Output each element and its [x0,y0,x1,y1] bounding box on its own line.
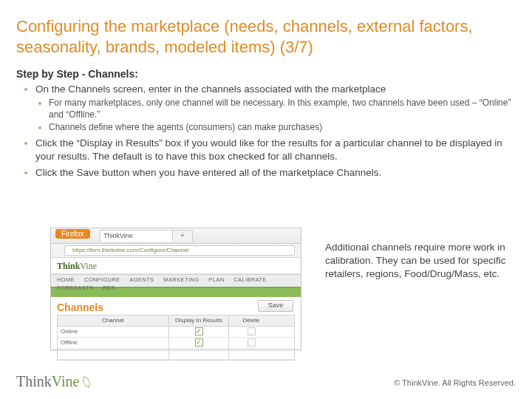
table-header: Channel Display In Results Delete [58,316,294,327]
table-row: Online [58,327,294,338]
nav-item[interactable]: RES [103,284,115,291]
delete-button[interactable] [248,327,256,335]
section-header: Channels Save [51,297,301,315]
col-channel: Channel [58,316,169,326]
side-note: Additional channels require more work in… [325,241,520,282]
nav-item[interactable]: MARKETING [163,276,199,283]
app-brand-row: ThinkVine [51,258,301,274]
copyright: © ThinkVine. All Rights Reserved. [394,378,516,387]
bullet-item: Click the “Display in Results” box if yo… [35,137,516,163]
url-input[interactable]: https://tem.thinkvine.com/Configure/Chan… [64,245,295,256]
delete-button[interactable] [248,338,256,347]
col-delete: Delete [229,316,273,326]
app-nav: HOME CONFIGURE AGENTS MARKETING PLAN CAL… [51,274,301,288]
bullet-item: Click the Save button when you have ente… [35,166,516,180]
slide-title: Configuring the marketplace (needs, chan… [16,16,516,57]
cell-channel-name[interactable]: Offline [58,338,169,348]
new-tab-button[interactable]: + [172,230,193,242]
cell-channel-name[interactable]: Online [58,327,169,337]
slide-body: Step by Step - Channels: On the Channels… [16,68,516,183]
slide-footer: ThinkVine © ThinkVine. All Rights Reserv… [0,366,532,399]
save-button[interactable]: Save [258,300,293,312]
step-heading: Step by Step - Channels: [16,68,516,80]
browser-urlbar: https://tem.thinkvine.com/Configure/Chan… [51,244,301,258]
nav-item[interactable]: CONFIGURE [84,276,120,283]
display-checkbox[interactable] [195,327,203,335]
sub-bullet-item: For many marketplaces, only one channel … [49,98,516,120]
section-title: Channels [57,301,103,313]
bullet-item: On the Channels screen, enter in the cha… [35,83,516,134]
nav-item[interactable]: PLAN [208,276,224,283]
sub-bullet-item: Channels define where the agents (consum… [49,122,516,134]
leaf-icon [81,378,92,388]
footer-logo: ThinkVine [16,373,92,390]
table-row [58,349,294,360]
app-logo: ThinkVine [57,261,97,271]
browser-tabbar: Firefox ThinkVine + [51,228,301,244]
col-display: Display In Results [169,316,229,326]
bullet-text: On the Channels screen, enter in the cha… [35,83,386,95]
channels-table: Channel Display In Results Delete Online… [57,315,295,361]
nav-item[interactable]: AGENTS [129,276,154,283]
browser-tab[interactable]: ThinkVine [100,230,174,242]
firefox-button[interactable]: Firefox [55,229,90,239]
app-screenshot: Firefox ThinkVine + https://tem.thinkvin… [50,228,301,350]
nav-item[interactable]: CALIBRATE [233,276,267,283]
table-row: Offline [58,338,294,349]
display-checkbox[interactable] [195,338,203,347]
nav-item[interactable]: FORECASTS [57,284,93,291]
nav-item[interactable]: HOME [57,276,75,283]
